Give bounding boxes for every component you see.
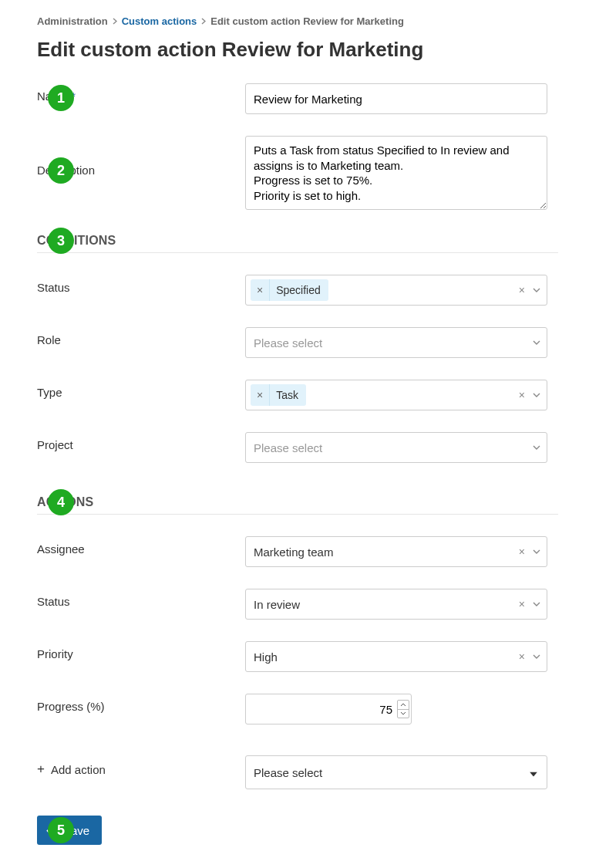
chevron-down-icon[interactable] <box>533 602 540 606</box>
clear-all-icon[interactable]: × <box>519 545 525 558</box>
chevron-down-icon[interactable] <box>533 393 540 397</box>
act-assignee-select[interactable]: Marketing team × <box>245 536 547 567</box>
chevron-down-icon[interactable] <box>533 549 540 554</box>
label-act-progress: Progress (%) <box>37 700 105 713</box>
label-add-action: Add action <box>51 763 106 776</box>
number-spinner <box>397 700 409 718</box>
clear-all-icon[interactable]: × <box>519 598 525 610</box>
progress-input-wrapper <box>245 694 412 724</box>
chevron-right-icon <box>201 18 206 25</box>
page-title: Edit custom action Review for Marketing <box>37 38 558 62</box>
description-field[interactable]: Puts a Task from status Specified to In … <box>245 136 547 210</box>
add-action-select[interactable]: Please select <box>245 755 547 789</box>
chevron-down-icon[interactable] <box>533 654 540 659</box>
progress-input[interactable] <box>246 694 411 724</box>
breadcrumb-current: Edit custom action Review for Marketing <box>210 15 404 27</box>
chevron-down-icon[interactable] <box>533 288 540 292</box>
plus-icon: + <box>37 762 45 777</box>
cond-role-select[interactable]: Please select <box>245 327 547 358</box>
chevron-right-icon <box>113 18 117 25</box>
clear-all-icon[interactable]: × <box>519 389 525 401</box>
tag-task: × Task <box>251 384 306 406</box>
step-down-icon[interactable] <box>398 710 409 718</box>
annotation-badge-5: 5 <box>48 817 74 843</box>
caret-down-solid-icon <box>530 766 537 779</box>
label-cond-type: Type <box>37 386 62 399</box>
section-actions: ACTIONS <box>37 495 558 515</box>
act-status-select[interactable]: In review × <box>245 589 547 620</box>
chevron-down-icon[interactable] <box>533 340 540 345</box>
annotation-badge-1: 1 <box>48 85 74 111</box>
label-act-priority: Priority <box>37 647 73 660</box>
clear-all-icon[interactable]: × <box>519 284 525 296</box>
remove-tag-icon[interactable]: × <box>251 384 270 406</box>
cond-project-select[interactable]: Please select <box>245 432 547 463</box>
clear-all-icon[interactable]: × <box>519 650 525 663</box>
label-act-status: Status <box>37 595 70 608</box>
annotation-badge-3: 3 <box>48 228 74 254</box>
cond-status-select[interactable]: × Specified × <box>245 275 547 306</box>
cond-type-select[interactable]: × Task × <box>245 380 547 410</box>
breadcrumb-custom-actions[interactable]: Custom actions <box>122 15 197 27</box>
step-up-icon[interactable] <box>398 701 409 710</box>
label-act-assignee: Assignee <box>37 542 85 556</box>
section-conditions: CONDITIONS <box>37 234 558 253</box>
tag-specified: × Specified <box>251 279 328 301</box>
chevron-down-icon[interactable] <box>533 445 540 450</box>
breadcrumb: Administration Custom actions Edit custo… <box>37 15 558 33</box>
act-priority-select[interactable]: High × <box>245 641 547 672</box>
label-cond-status: Status <box>37 281 70 294</box>
label-cond-role: Role <box>37 333 61 346</box>
name-field[interactable] <box>245 83 547 114</box>
breadcrumb-admin[interactable]: Administration <box>37 15 108 27</box>
label-cond-project: Project <box>37 438 73 451</box>
annotation-badge-4: 4 <box>48 489 74 515</box>
remove-tag-icon[interactable]: × <box>251 279 270 301</box>
annotation-badge-2: 2 <box>48 157 74 184</box>
